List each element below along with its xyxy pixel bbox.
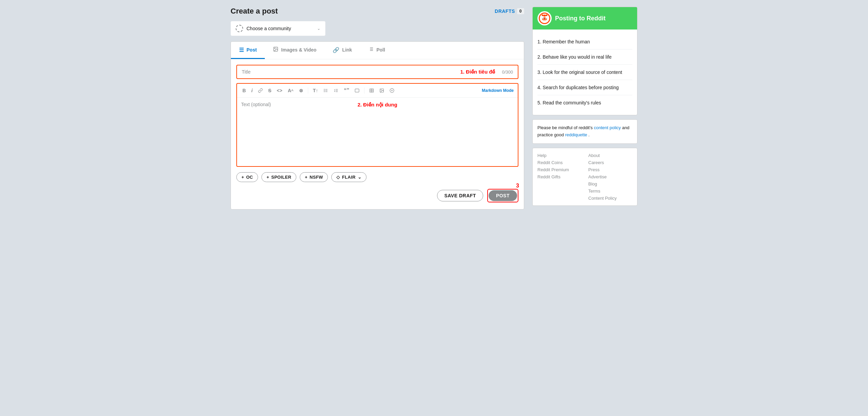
footer-link-press[interactable]: Press [588, 167, 632, 172]
sidebar: Posting to Reddit 1. Remember the human … [532, 7, 637, 210]
spoiler-button[interactable]: ⊗ [298, 87, 304, 94]
post-tab-icon: ☰ [239, 47, 244, 53]
title-count: 0/300 [502, 70, 513, 75]
tab-poll[interactable]: Poll [360, 42, 393, 59]
svg-point-32 [546, 18, 546, 19]
svg-point-31 [543, 18, 544, 19]
toolbar-separator-1 [308, 87, 308, 94]
tab-post[interactable]: ☰ Post [231, 42, 265, 59]
rule-4: 4. Search for duplicates before posting [537, 80, 632, 95]
editor-content-area[interactable]: Text (optional) 2. Điền nội dung [237, 98, 518, 159]
editor-toolbar: B i S <> A^ ⊗ T↑ [237, 84, 518, 98]
footer-link-terms-spacer [537, 189, 581, 194]
editor-hint: 2. Điền nội dung [357, 102, 397, 108]
chevron-down-icon: ⌄ [317, 26, 320, 31]
bold-button[interactable]: B [241, 87, 247, 94]
flair-tag-icon: ◇ [336, 175, 340, 180]
footer-link-reddit-premium[interactable]: Reddit Premium [537, 167, 581, 172]
footer-link-blog[interactable]: Blog [588, 181, 632, 186]
posting-rules: 1. Remember the human 2. Behave like you… [533, 29, 637, 115]
footer-link-advertise[interactable]: Advertise [588, 174, 632, 179]
posting-to-reddit-title: Posting to Reddit [555, 15, 606, 22]
images-video-icon [273, 46, 278, 53]
footer-link-reddit-coins[interactable]: Reddit Coins [537, 160, 581, 165]
svg-point-33 [543, 15, 546, 17]
rule-3: 3. Look for the original source of conte… [537, 65, 632, 80]
tab-images-video-label: Images & Video [281, 47, 316, 53]
footer-link-reddit-gifts[interactable]: Reddit Gifts [537, 174, 581, 179]
flair-chevron-icon: ⌄ [358, 175, 361, 180]
link-button[interactable] [257, 87, 264, 94]
community-icon [236, 25, 243, 32]
community-selector[interactable]: Choose a community ⌄ [231, 21, 326, 36]
rule-5: 5. Read the community's rules [537, 95, 632, 110]
drafts-label: DRAFTS [495, 8, 515, 14]
tabs-row: ☰ Post Images & Video 🔗 Link [231, 42, 524, 59]
numbered-list-button[interactable] [332, 87, 340, 94]
footer-link-content-policy-spacer [537, 196, 581, 201]
italic-button[interactable]: i [250, 87, 254, 94]
reddiquette-link[interactable]: reddiquette [565, 132, 587, 137]
footer-link-help[interactable]: Help [537, 153, 581, 158]
posting-to-reddit-card: Posting to Reddit 1. Remember the human … [532, 7, 637, 115]
drafts-button[interactable]: DRAFTS 0 [495, 8, 524, 14]
tab-link[interactable]: 🔗 Link [324, 42, 360, 59]
rule-2: 2. Behave like you would in real life [537, 49, 632, 65]
resize-icon: ⌞ [514, 160, 516, 165]
strikethrough-button[interactable]: S [267, 87, 273, 94]
spoiler-button[interactable]: + SPOILER [261, 172, 296, 182]
post-body: 1. Điền tiêu đề 0/300 B i [231, 59, 524, 209]
oc-plus-icon: + [241, 175, 244, 180]
save-draft-button[interactable]: SAVE DRAFT [437, 190, 483, 201]
extra-buttons-row: + OC + SPOILER + NSFW ◇ FLAIR ⌄ [236, 172, 518, 182]
title-field-wrapper: 1. Điền tiêu đề 0/300 [236, 65, 518, 79]
svg-marker-25 [392, 90, 393, 92]
posting-header: Posting to Reddit [533, 7, 637, 29]
footer-links-card: Help About Reddit Coins Careers Reddit P… [532, 148, 637, 206]
flair-button[interactable]: ◇ FLAIR ⌄ [331, 172, 366, 182]
video-button[interactable] [388, 87, 396, 94]
footer-link-careers[interactable]: Careers [588, 160, 632, 165]
post-card: ☰ Post Images & Video 🔗 Link [231, 41, 524, 210]
toolbar-separator-2 [364, 87, 364, 94]
tab-images-video[interactable]: Images & Video [265, 42, 324, 59]
editor-resize-handle[interactable]: ⌞ [237, 159, 518, 166]
blockquote-button[interactable]: “” [342, 86, 351, 95]
svg-point-35 [546, 15, 548, 16]
post-button[interactable]: POST [489, 190, 517, 201]
spoiler-label: SPOILER [271, 175, 291, 180]
heading-button[interactable]: T↑ [312, 87, 320, 94]
community-placeholder: Choose a community [246, 26, 291, 31]
superscript-button[interactable]: A^ [287, 87, 295, 94]
nsfw-button[interactable]: + NSFW [300, 172, 328, 182]
mindful-card: Please be mindful of reddit's content po… [532, 119, 637, 144]
svg-point-12 [324, 90, 324, 91]
footer-link-about[interactable]: About [588, 153, 632, 158]
image-button[interactable] [378, 87, 386, 94]
nsfw-label: NSFW [310, 175, 323, 180]
tab-link-label: Link [342, 47, 352, 53]
table-button[interactable] [368, 87, 375, 94]
post-number-badge: 3 [516, 183, 519, 189]
period: . [588, 132, 590, 137]
code-inline-button[interactable]: <> [275, 87, 283, 94]
markdown-mode-button[interactable]: Markdown Mode [482, 88, 514, 93]
snoo-icon [537, 11, 552, 25]
title-input[interactable] [242, 69, 453, 75]
editor-placeholder: Text (optional) [241, 102, 271, 107]
action-row: SAVE DRAFT 3 POST [236, 189, 518, 204]
code-block-button[interactable] [353, 87, 361, 94]
footer-link-content-policy[interactable]: Content Policy [588, 196, 632, 201]
spoiler-plus-icon: + [267, 175, 269, 180]
content-policy-link[interactable]: content policy [594, 125, 621, 130]
oc-button[interactable]: + OC [236, 172, 258, 182]
rule-1: 1. Remember the human [537, 34, 632, 49]
title-hint: 1. Điền tiêu đề [460, 69, 495, 75]
bullet-list-button[interactable] [322, 87, 330, 94]
svg-point-34 [542, 15, 544, 16]
drafts-count: 0 [517, 8, 524, 14]
footer-link-terms[interactable]: Terms [588, 189, 632, 194]
svg-point-13 [324, 92, 324, 92]
flair-label: FLAIR [342, 175, 356, 180]
post-button-wrapper: 3 POST [487, 189, 518, 202]
